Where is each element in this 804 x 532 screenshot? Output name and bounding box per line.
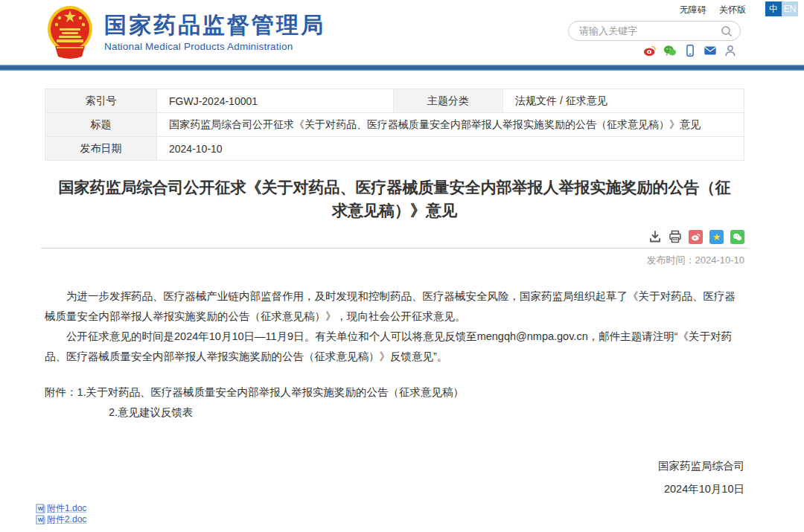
file-link-label: 附件1.doc bbox=[47, 503, 86, 513]
search-input[interactable] bbox=[579, 25, 721, 36]
top-utility-links: 无障碍 关怀版 bbox=[669, 4, 746, 16]
table-row: 索引号 FGWJ-2024-10001 主题分类 法规文件 / 征求意见 bbox=[45, 89, 744, 113]
attachments-label: 附件： bbox=[45, 383, 77, 402]
signature-date: 2024年10月10日 bbox=[45, 482, 744, 496]
svg-text:W: W bbox=[38, 505, 43, 512]
social-links bbox=[643, 44, 737, 57]
page-title: 国家药监局综合司公开征求《关于对药品、医疗器械质量安全内部举报人举报实施奖励的公… bbox=[45, 176, 744, 222]
word-doc-icon: W bbox=[36, 504, 45, 513]
search-icon[interactable] bbox=[721, 25, 733, 37]
title-label: 标题 bbox=[45, 113, 157, 137]
attachment-item: 2.意见建议反馈表 bbox=[45, 403, 744, 422]
mobile-icon[interactable] bbox=[683, 44, 697, 57]
paragraph: 公开征求意见的时间是2024年10月10日—11月9日。有关单位和个人可以将意见… bbox=[45, 327, 744, 367]
paragraph: 为进一步发挥药品、医疗器械产业链内部监督作用，及时发现和控制药品、医疗器械安全风… bbox=[45, 286, 744, 327]
publish-date-value: 2024-10-10 bbox=[157, 137, 744, 161]
signature-block: 国家药监局综合司 2024年10月10日 bbox=[45, 459, 744, 496]
accessibility-link[interactable]: 无障碍 bbox=[680, 4, 706, 15]
attachments-section: 附件： 1.关于对药品、医疗器械质量安全内部举报人举报实施奖励的公告（征求意见稿… bbox=[45, 383, 744, 422]
signature-agency: 国家药监局综合司 bbox=[45, 459, 744, 473]
agency-name-cn: 国家药品监督管理局 bbox=[104, 12, 325, 39]
topic-category-value: 法规文件 / 征求意见 bbox=[503, 89, 744, 113]
attachment-file-links: W 附件1.doc W 附件2.doc bbox=[36, 502, 86, 525]
share-qzone-icon[interactable]: ★ bbox=[709, 230, 724, 244]
language-switch: 中 EN bbox=[765, 1, 798, 16]
brand[interactable]: 国家药品监督管理局 National Medical Products Admi… bbox=[46, 4, 325, 60]
main-content: 索引号 FGWJ-2024-10001 主题分类 法规文件 / 征求意见 标题 … bbox=[45, 89, 744, 496]
svg-text:W: W bbox=[38, 516, 43, 523]
star-glyph: ★ bbox=[712, 232, 721, 242]
attachment-file-2-link[interactable]: W 附件2.doc bbox=[36, 514, 86, 525]
share-weibo-icon[interactable] bbox=[689, 230, 703, 244]
share-wechat-icon[interactable] bbox=[730, 230, 744, 244]
index-number-label: 索引号 bbox=[45, 89, 157, 113]
header-divider-band bbox=[0, 65, 804, 71]
site-header: 国家药品监督管理局 National Medical Products Admi… bbox=[0, 0, 804, 65]
page: 国家药品监督管理局 National Medical Products Admi… bbox=[0, 0, 804, 532]
topic-category-label: 主题分类 bbox=[394, 89, 503, 113]
search-box bbox=[568, 21, 741, 41]
table-row: 发布日期 2024-10-10 bbox=[45, 137, 744, 161]
wechat-icon[interactable] bbox=[663, 44, 677, 57]
agency-name-en: National Medical Products Administration bbox=[104, 41, 325, 52]
publish-time: 发布时间：2024-10-10 bbox=[45, 254, 744, 267]
download-icon[interactable] bbox=[648, 230, 662, 243]
attachment-item: 1.关于对药品、医疗器械质量安全内部举报人举报实施奖励的公告（征求意见稿） bbox=[77, 383, 465, 402]
lang-en-button[interactable]: EN bbox=[782, 1, 798, 16]
weibo-icon[interactable] bbox=[643, 44, 657, 57]
national-emblem-logo bbox=[46, 4, 94, 60]
publish-date-label: 发布日期 bbox=[45, 137, 157, 161]
article-body: 为进一步发挥药品、医疗器械产业链内部监督作用，及时发现和控制药品、医疗器械安全风… bbox=[45, 286, 744, 367]
title-value: 国家药监局综合司公开征求《关于对药品、医疗器械质量安全内部举报人举报实施奖励的公… bbox=[157, 113, 744, 137]
care-edition-link[interactable]: 关怀版 bbox=[719, 4, 746, 15]
file-link-label: 附件2.doc bbox=[47, 514, 86, 525]
document-info-table: 索引号 FGWJ-2024-10001 主题分类 法规文件 / 征求意见 标题 … bbox=[45, 89, 744, 161]
brand-text: 国家药品监督管理局 National Medical Products Admi… bbox=[104, 12, 325, 52]
word-doc-icon: W bbox=[36, 515, 45, 525]
attachment-file-1-link[interactable]: W 附件1.doc bbox=[36, 503, 86, 513]
lang-zh-button[interactable]: 中 bbox=[765, 1, 782, 16]
email-icon[interactable] bbox=[704, 44, 717, 57]
index-number-value: FGWJ-2024-10001 bbox=[157, 89, 394, 113]
user-icon[interactable] bbox=[724, 44, 737, 57]
title-divider bbox=[41, 248, 748, 249]
table-row: 标题 国家药监局综合司公开征求《关于对药品、医疗器械质量安全内部举报人举报实施奖… bbox=[45, 113, 744, 137]
article-toolbar: ★ bbox=[45, 229, 744, 244]
print-icon[interactable] bbox=[669, 230, 682, 243]
